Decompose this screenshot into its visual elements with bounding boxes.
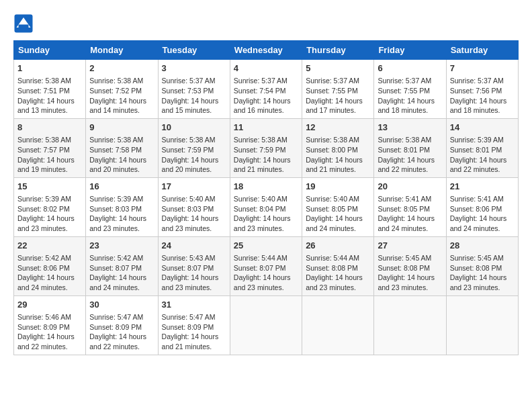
day-info-line: Sunset: 8:01 PM — [378, 145, 442, 155]
day-number: 25 — [234, 240, 298, 252]
day-info-line: and 20 minutes. — [162, 165, 226, 175]
logo — [13, 13, 36, 34]
day-info-line: and 22 minutes. — [378, 165, 442, 175]
day-info-line: Sunrise: 5:44 AM — [306, 253, 370, 263]
day-info-line: Sunrise: 5:37 AM — [162, 76, 226, 86]
calendar-cell: 8Sunrise: 5:38 AMSunset: 7:57 PMDaylight… — [14, 118, 86, 177]
day-info-line: and 17 minutes. — [306, 105, 370, 116]
day-number: 18 — [234, 181, 298, 193]
calendar-cell: 10Sunrise: 5:38 AMSunset: 7:59 PMDayligh… — [158, 118, 230, 177]
calendar-cell: 16Sunrise: 5:39 AMSunset: 8:03 PMDayligh… — [86, 177, 158, 236]
day-info-line: Sunset: 8:05 PM — [306, 204, 370, 214]
calendar-week-5: 29Sunrise: 5:46 AMSunset: 8:09 PMDayligh… — [14, 295, 519, 355]
day-info-line: Daylight: 14 hours — [306, 214, 370, 224]
calendar-cell: 28Sunrise: 5:45 AMSunset: 8:08 PMDayligh… — [446, 236, 518, 295]
calendar-cell: 24Sunrise: 5:43 AMSunset: 8:07 PMDayligh… — [158, 236, 230, 295]
day-info-line: Sunrise: 5:39 AM — [89, 194, 154, 204]
weekday-header-tuesday: Tuesday — [158, 41, 230, 60]
day-info-line: Sunset: 7:54 PM — [234, 86, 298, 96]
day-number: 27 — [378, 240, 442, 252]
calendar-cell: 15Sunrise: 5:39 AMSunset: 8:02 PMDayligh… — [14, 177, 86, 236]
day-info-line: Daylight: 14 hours — [17, 214, 82, 224]
weekday-header-saturday: Saturday — [446, 41, 518, 60]
day-info-line: Sunset: 7:53 PM — [162, 86, 226, 96]
weekday-header-sunday: Sunday — [14, 41, 86, 60]
calendar-cell: 19Sunrise: 5:40 AMSunset: 8:05 PMDayligh… — [302, 177, 374, 236]
day-info-line: and 24 minutes. — [306, 224, 370, 234]
day-info-line: Sunrise: 5:38 AM — [378, 135, 442, 145]
day-info-line: and 21 minutes. — [306, 165, 370, 175]
calendar-cell: 20Sunrise: 5:41 AMSunset: 8:05 PMDayligh… — [374, 177, 446, 236]
day-info-line: Daylight: 14 hours — [378, 273, 442, 283]
day-info-line: Sunrise: 5:40 AM — [162, 194, 226, 204]
day-info-line: Sunrise: 5:38 AM — [234, 135, 298, 145]
day-info-line: Daylight: 14 hours — [234, 273, 298, 283]
day-info-line: Daylight: 14 hours — [17, 332, 82, 342]
day-info-line: Sunset: 8:03 PM — [162, 204, 226, 214]
day-info-line: Sunset: 8:08 PM — [450, 263, 515, 273]
calendar-cell: 21Sunrise: 5:41 AMSunset: 8:06 PMDayligh… — [446, 177, 518, 236]
day-number: 1 — [17, 62, 82, 75]
day-info-line: Sunset: 8:09 PM — [17, 322, 82, 332]
calendar-cell: 27Sunrise: 5:45 AMSunset: 8:08 PMDayligh… — [374, 236, 446, 295]
day-number: 3 — [162, 62, 226, 75]
day-info-line: Daylight: 14 hours — [378, 96, 442, 106]
day-info-line: Sunrise: 5:42 AM — [17, 253, 82, 263]
calendar-week-4: 22Sunrise: 5:42 AMSunset: 8:06 PMDayligh… — [14, 236, 519, 295]
day-info-line: and 15 minutes. — [162, 105, 226, 116]
day-info-line: Sunrise: 5:46 AM — [17, 312, 82, 322]
day-info-line: Sunset: 8:09 PM — [162, 322, 226, 332]
day-info-line: Sunrise: 5:42 AM — [89, 253, 154, 263]
day-info-line: Sunset: 8:00 PM — [306, 145, 370, 155]
calendar-cell: 22Sunrise: 5:42 AMSunset: 8:06 PMDayligh… — [14, 236, 86, 295]
calendar-cell: 25Sunrise: 5:44 AMSunset: 8:07 PMDayligh… — [230, 236, 302, 295]
day-info-line: Sunrise: 5:45 AM — [378, 253, 442, 263]
day-info-line: and 23 minutes. — [378, 283, 442, 293]
day-info-line: Daylight: 14 hours — [234, 155, 298, 165]
day-info-line: Sunrise: 5:47 AM — [89, 312, 154, 322]
day-info-line: Sunrise: 5:39 AM — [17, 194, 82, 204]
day-info-line: and 23 minutes. — [450, 283, 515, 293]
day-info-line: Daylight: 14 hours — [378, 214, 442, 224]
weekday-header-thursday: Thursday — [302, 41, 374, 60]
day-info-line: Sunrise: 5:38 AM — [17, 135, 82, 145]
day-info-line: Sunrise: 5:47 AM — [162, 312, 226, 322]
day-info-line: Sunset: 7:58 PM — [89, 145, 154, 155]
day-info-line: Sunrise: 5:37 AM — [450, 76, 515, 86]
day-info-line: Sunset: 8:06 PM — [450, 204, 515, 214]
day-info-line: and 24 minutes. — [89, 283, 154, 293]
day-number: 11 — [234, 122, 298, 134]
day-info-line: Sunrise: 5:38 AM — [162, 135, 226, 145]
day-info-line: and 23 minutes. — [162, 283, 226, 293]
day-number: 9 — [89, 122, 154, 134]
day-info-line: and 23 minutes. — [234, 224, 298, 234]
day-info-line: Daylight: 14 hours — [450, 273, 515, 283]
day-info-line: Sunset: 8:07 PM — [234, 263, 298, 273]
day-info-line: Daylight: 14 hours — [162, 155, 226, 165]
day-info-line: Sunrise: 5:38 AM — [17, 76, 82, 86]
day-info-line: Daylight: 14 hours — [17, 96, 82, 106]
day-info-line: Sunrise: 5:44 AM — [234, 253, 298, 263]
day-number: 21 — [450, 181, 515, 193]
day-number: 29 — [17, 299, 82, 311]
day-info-line: and 23 minutes. — [234, 283, 298, 293]
day-info-line: Sunset: 8:09 PM — [89, 322, 154, 332]
day-number: 17 — [162, 181, 226, 193]
day-info-line: Sunset: 7:51 PM — [17, 86, 82, 96]
day-info-line: and 23 minutes. — [89, 224, 154, 234]
day-number: 4 — [234, 62, 298, 75]
day-info-line: Sunset: 8:02 PM — [17, 204, 82, 214]
calendar-cell: 18Sunrise: 5:40 AMSunset: 8:04 PMDayligh… — [230, 177, 302, 236]
day-info-line: Daylight: 14 hours — [162, 96, 226, 106]
day-number: 23 — [89, 240, 154, 252]
day-info-line: Sunset: 7:55 PM — [378, 86, 442, 96]
day-info-line: Daylight: 14 hours — [234, 214, 298, 224]
day-number: 12 — [306, 122, 370, 134]
day-info-line: Sunrise: 5:37 AM — [378, 76, 442, 86]
day-info-line: and 24 minutes. — [17, 283, 82, 293]
weekday-header-wednesday: Wednesday — [230, 41, 302, 60]
day-info-line: Sunset: 8:06 PM — [17, 263, 82, 273]
day-number: 31 — [162, 299, 226, 311]
page-header — [13, 13, 519, 34]
day-info-line: Daylight: 14 hours — [162, 214, 226, 224]
